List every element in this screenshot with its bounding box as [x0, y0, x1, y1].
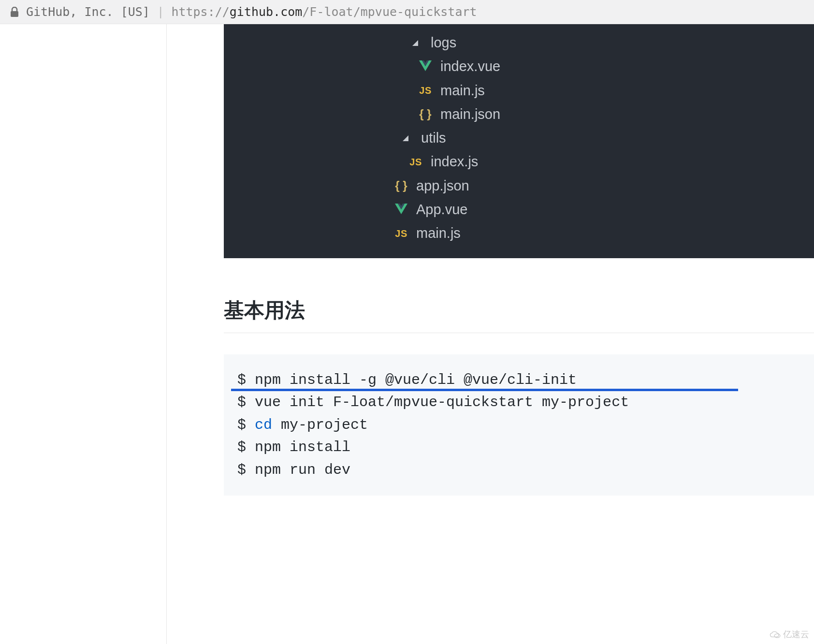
url-security-label: GitHub, Inc. [US]	[26, 5, 150, 19]
vue-icon	[419, 55, 432, 78]
file-name-label: main.json	[440, 102, 500, 126]
code-block[interactable]: $ npm install -g @vue/cli @vue/cli-init$…	[224, 354, 814, 496]
file-name-label: App.vue	[416, 198, 467, 221]
file-name-label: index.vue	[440, 55, 500, 78]
section-heading: 基本用法	[224, 297, 814, 324]
url-bar[interactable]: GitHub, Inc. [US] | https://github.com/F…	[0, 0, 814, 24]
watermark: 亿速云	[768, 629, 809, 640]
file-name-label: main.js	[416, 221, 461, 245]
file-name-label: main.js	[440, 79, 485, 102]
tree-item-logs[interactable]: logs	[224, 31, 814, 55]
file-tree-panel: logsindex.vueJSmain.js{ }main.jsonutilsJ…	[224, 24, 814, 258]
folder-arrow-icon	[412, 40, 418, 46]
json-icon: { }	[395, 176, 407, 196]
main-content: logsindex.vueJSmain.js{ }main.jsonutilsJ…	[167, 24, 814, 644]
code-line: $ cd my-project	[237, 414, 800, 437]
file-name-label: app.json	[416, 174, 469, 198]
code-line: $ vue init F-loat/mpvue-quickstart my-pr…	[237, 391, 800, 414]
left-sidebar	[0, 24, 167, 644]
content-wrapper: logsindex.vueJSmain.js{ }main.jsonutilsJ…	[0, 24, 814, 644]
watermark-text: 亿速云	[783, 629, 809, 640]
url-domain: github.com	[230, 5, 303, 19]
tree-item-main-js[interactable]: JSmain.js	[224, 221, 814, 245]
svg-rect-0	[11, 11, 18, 17]
lock-icon	[10, 6, 19, 18]
tree-item-utils[interactable]: utils	[224, 126, 814, 150]
highlight-underline	[231, 389, 738, 391]
tree-item-App-vue[interactable]: App.vue	[224, 198, 814, 221]
vue-icon	[395, 198, 407, 221]
file-name-label: utils	[421, 126, 446, 150]
tree-item-index-vue[interactable]: index.vue	[224, 55, 814, 78]
url-text[interactable]: https://github.com/F-loat/mpvue-quicksta…	[171, 5, 477, 19]
tree-item-main-json[interactable]: { }main.json	[224, 102, 814, 126]
file-name-label: index.js	[431, 150, 478, 174]
js-icon: JS	[419, 82, 431, 99]
json-icon: { }	[419, 104, 431, 124]
url-separator: |	[159, 5, 162, 19]
file-name-label: logs	[431, 31, 456, 55]
code-line: $ npm install -g @vue/cli @vue/cli-init	[237, 369, 800, 392]
tree-item-main-js[interactable]: JSmain.js	[224, 79, 814, 102]
tree-item-index-js[interactable]: JSindex.js	[224, 150, 814, 174]
tree-item-app-json[interactable]: { }app.json	[224, 174, 814, 198]
js-icon: JS	[409, 154, 422, 170]
url-path: /F-loat/mpvue-quickstart	[302, 5, 477, 19]
url-protocol: https://	[171, 5, 229, 19]
cmd-keyword: cd	[255, 417, 272, 433]
code-line: $ npm install	[237, 436, 800, 459]
code-line: $ npm run dev	[237, 459, 800, 482]
js-icon: JS	[395, 225, 407, 242]
folder-arrow-icon	[403, 135, 408, 141]
watermark-icon	[768, 629, 781, 639]
heading-divider	[224, 333, 814, 333]
